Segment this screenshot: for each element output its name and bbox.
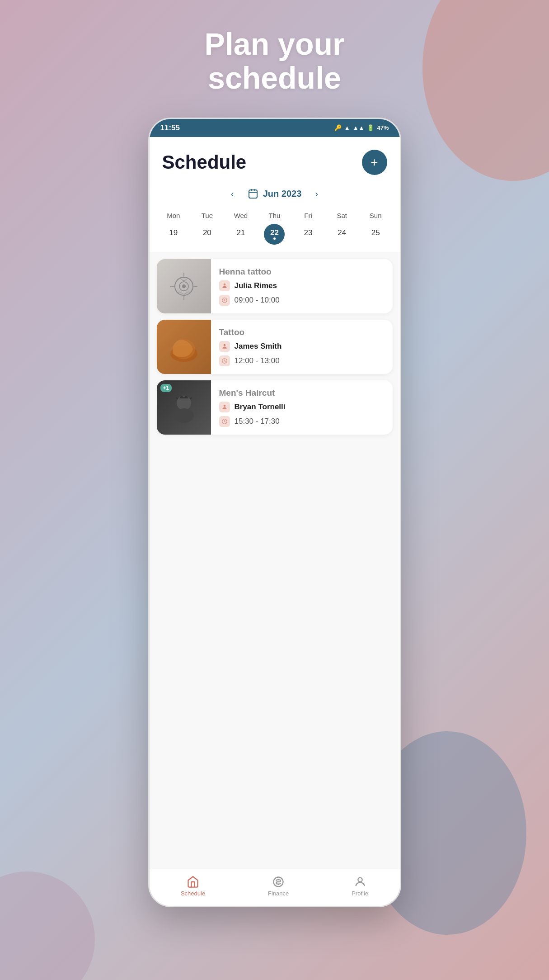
key-icon: 🔑 (334, 124, 342, 131)
page-title-schedule: Schedule (162, 151, 247, 173)
time-detail-3: 15:30 - 17:30 (219, 416, 286, 427)
appointment-info-3: Men's Haircut Bryan Tornelli 15:30 - 17:… (211, 380, 294, 435)
client-name-3: Bryan Tornelli (235, 402, 286, 412)
battery-percent: 47% (377, 124, 389, 131)
date-24[interactable]: 24 (325, 224, 359, 245)
date-19[interactable]: 19 (157, 224, 191, 245)
next-month-button[interactable]: › (310, 187, 323, 201)
svg-point-22 (358, 877, 362, 881)
selected-date-dot (273, 237, 276, 240)
svg-point-11 (223, 283, 225, 285)
client-name-1: Julia Rimes (235, 281, 277, 290)
status-bar: 11:55 🔑 ▲ ▲▲ 🔋 47% (150, 119, 400, 137)
calendar-icon (248, 188, 258, 199)
person-icon-2 (219, 341, 230, 352)
battery-icon: 🔋 (367, 124, 374, 131)
svg-point-18 (174, 408, 194, 423)
schedule-nav-icon (187, 876, 199, 888)
appointment-card-1[interactable]: Henna tattoo Julia Rimes 09:00 - 10:00 (157, 259, 393, 313)
day-tue: Tue (190, 209, 224, 222)
day-mon: Mon (157, 209, 191, 222)
client-detail-3: Bryan Tornelli (219, 402, 286, 412)
appointment-image-3: +1 (157, 380, 211, 435)
person-icon-1 (219, 280, 230, 291)
appointment-card-3[interactable]: +1 Men's Haircut Brya (157, 380, 393, 435)
date-25[interactable]: 25 (359, 224, 393, 245)
time-detail-1: 09:00 - 10:00 (219, 295, 280, 306)
app-content: Schedule + ‹ Jun 2023 › Mon Tue Wed Thu (150, 137, 400, 906)
service-name-2: Tattoo (219, 327, 282, 337)
app-header: Schedule + (150, 137, 400, 182)
days-header: Mon Tue Wed Thu Fri Sat Sun (150, 205, 400, 222)
date-21[interactable]: 21 (224, 224, 258, 245)
clock-icon-3 (219, 416, 230, 427)
nav-profile-label: Profile (352, 890, 368, 897)
tattoo-art-svg (164, 329, 204, 365)
day-fri: Fri (291, 209, 325, 222)
client-name-2: James Smith (235, 342, 282, 351)
profile-nav-icon (354, 876, 366, 888)
client-detail-2: James Smith (219, 341, 282, 352)
schedule-list: Henna tattoo Julia Rimes 09:00 - 10:00 (150, 252, 400, 435)
time-3: 15:30 - 17:30 (235, 417, 280, 426)
nav-schedule[interactable]: Schedule (181, 876, 205, 897)
wifi-icon: ▲ (344, 124, 350, 131)
hero-title: Plan your schedule (205, 27, 345, 95)
day-sat: Sat (325, 209, 359, 222)
nav-finance[interactable]: Finance (268, 876, 289, 897)
clock-icon-1 (219, 295, 230, 306)
svg-point-19 (223, 404, 225, 407)
appointment-image-2 (157, 320, 211, 374)
appointment-image-1 (157, 259, 211, 313)
service-name-3: Men's Haircut (219, 388, 286, 398)
haircut-art-svg (164, 389, 204, 426)
svg-point-15 (223, 344, 225, 346)
appointment-card-2[interactable]: Tattoo James Smith 12:00 - 13:00 (157, 320, 393, 374)
time-2: 12:00 - 13:00 (235, 356, 280, 365)
bg-decoration-1 (422, 0, 549, 181)
bottom-nav: Schedule Finance (150, 869, 400, 906)
nav-profile[interactable]: Profile (352, 876, 368, 897)
appointment-info-1: Henna tattoo Julia Rimes 09:00 - 10:00 (211, 259, 288, 313)
phone-frame: 11:55 🔑 ▲ ▲▲ 🔋 47% Schedule + ‹ (148, 118, 401, 907)
month-label: Jun 2023 (263, 189, 302, 199)
badge-plus-1: +1 (160, 384, 172, 392)
svg-point-6 (182, 284, 186, 288)
current-month: Jun 2023 (248, 188, 302, 199)
day-thu: Thu (258, 209, 291, 222)
day-sun: Sun (359, 209, 393, 222)
day-wed: Wed (224, 209, 258, 222)
clock-icon-2 (219, 355, 230, 366)
calendar-nav: ‹ Jun 2023 › (150, 182, 400, 205)
prev-month-button[interactable]: ‹ (226, 187, 239, 201)
status-time: 11:55 (160, 123, 180, 133)
date-23[interactable]: 23 (291, 224, 325, 245)
time-detail-2: 12:00 - 13:00 (219, 355, 282, 366)
time-1: 09:00 - 10:00 (235, 296, 280, 305)
dates-row: 19 20 21 22 23 24 25 (150, 222, 400, 252)
person-icon-3 (219, 402, 230, 412)
service-name-1: Henna tattoo (219, 267, 280, 277)
henna-art-svg (164, 266, 204, 307)
date-20[interactable]: 20 (190, 224, 224, 245)
status-icons: 🔑 ▲ ▲▲ 🔋 47% (334, 124, 389, 131)
client-detail-1: Julia Rimes (219, 280, 280, 291)
bg-decoration-3 (0, 871, 95, 980)
finance-nav-icon (272, 876, 285, 888)
signal-icon: ▲▲ (353, 124, 365, 131)
add-appointment-button[interactable]: + (362, 150, 387, 175)
nav-finance-label: Finance (268, 890, 289, 897)
svg-rect-0 (249, 190, 257, 198)
date-22-selected[interactable]: 22 (264, 224, 285, 245)
appointment-info-2: Tattoo James Smith 12:00 - 13:00 (211, 320, 290, 374)
nav-schedule-label: Schedule (181, 890, 205, 897)
